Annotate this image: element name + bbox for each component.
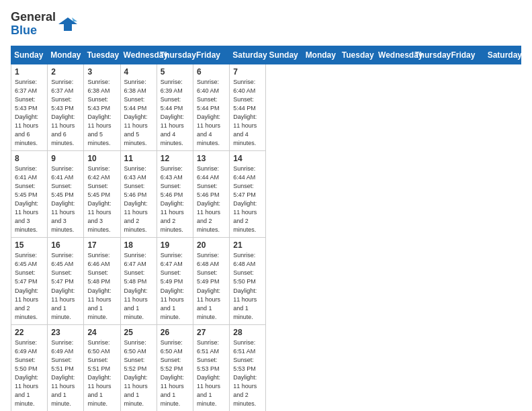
day-number: 18 (124, 240, 153, 250)
day-number: 24 (87, 328, 116, 337)
day-info: Sunrise: 6:44 AM Sunset: 5:46 PM Dayligh… (197, 165, 226, 234)
day-info: Sunrise: 6:41 AM Sunset: 5:45 PM Dayligh… (51, 165, 80, 234)
calendar-cell: 11Sunrise: 6:43 AM Sunset: 5:46 PM Dayli… (120, 150, 157, 237)
day-number: 17 (87, 240, 116, 250)
day-number: 22 (15, 328, 44, 337)
day-info: Sunrise: 6:38 AM Sunset: 5:44 PM Dayligh… (124, 78, 153, 148)
day-number: 25 (124, 328, 153, 337)
day-number: 12 (161, 154, 189, 163)
day-info: Sunrise: 6:43 AM Sunset: 5:46 PM Dayligh… (161, 165, 189, 234)
calendar-cell: 20Sunrise: 6:48 AM Sunset: 5:49 PM Dayli… (193, 238, 230, 324)
day-number: 19 (161, 240, 189, 250)
col-header-friday: Friday (193, 46, 230, 64)
day-number: 21 (233, 240, 262, 250)
col-header-tuesday: Tuesday (339, 46, 375, 64)
day-info: Sunrise: 6:45 AM Sunset: 5:47 PM Dayligh… (15, 251, 44, 321)
logo-bird-icon (58, 15, 77, 34)
calendar-cell: 13Sunrise: 6:44 AM Sunset: 5:46 PM Dayli… (193, 150, 230, 237)
day-number: 20 (197, 240, 226, 250)
day-number: 14 (233, 154, 262, 163)
svg-marker-1 (72, 17, 77, 21)
day-info: Sunrise: 6:44 AM Sunset: 5:47 PM Dayligh… (233, 165, 262, 234)
day-info: Sunrise: 6:50 AM Sunset: 5:51 PM Dayligh… (87, 338, 116, 408)
calendar-table: SundayMondayTuesdayWednesdayThursdayFrid… (11, 46, 521, 411)
calendar-cell: 8Sunrise: 6:41 AM Sunset: 5:45 PM Daylig… (11, 150, 48, 237)
col-header-friday: Friday (448, 46, 484, 64)
calendar-cell: 22Sunrise: 6:49 AM Sunset: 5:50 PM Dayli… (11, 324, 48, 411)
day-number: 4 (124, 67, 153, 77)
page-header: General Blue (11, 11, 521, 38)
day-number: 2 (51, 67, 80, 77)
calendar-cell: 23Sunrise: 6:49 AM Sunset: 5:51 PM Dayli… (48, 324, 84, 411)
day-number: 3 (87, 67, 116, 77)
calendar-cell: 27Sunrise: 6:51 AM Sunset: 5:53 PM Dayli… (193, 324, 230, 411)
day-number: 5 (161, 67, 189, 77)
calendar-cell: 26Sunrise: 6:50 AM Sunset: 5:52 PM Dayli… (157, 324, 193, 411)
logo: General Blue (11, 11, 77, 38)
day-number: 28 (233, 328, 262, 337)
day-info: Sunrise: 6:49 AM Sunset: 5:51 PM Dayligh… (51, 338, 80, 408)
calendar-cell: 4Sunrise: 6:38 AM Sunset: 5:44 PM Daylig… (120, 64, 157, 150)
col-header-tuesday: Tuesday (84, 46, 120, 64)
calendar-cell: 12Sunrise: 6:43 AM Sunset: 5:46 PM Dayli… (157, 150, 193, 237)
calendar-cell: 2Sunrise: 6:37 AM Sunset: 5:43 PM Daylig… (48, 64, 84, 150)
calendar-cell: 18Sunrise: 6:47 AM Sunset: 5:48 PM Dayli… (120, 238, 157, 324)
day-info: Sunrise: 6:50 AM Sunset: 5:52 PM Dayligh… (161, 338, 189, 408)
day-info: Sunrise: 6:47 AM Sunset: 5:48 PM Dayligh… (124, 251, 153, 321)
logo-text: General Blue (11, 11, 56, 38)
calendar-header-row: SundayMondayTuesdayWednesdayThursdayFrid… (11, 46, 521, 64)
col-header-wednesday: Wednesday (375, 46, 412, 64)
calendar-week-row: 8Sunrise: 6:41 AM Sunset: 5:45 PM Daylig… (11, 150, 521, 237)
day-info: Sunrise: 6:38 AM Sunset: 5:43 PM Dayligh… (87, 78, 116, 148)
calendar-cell: 21Sunrise: 6:48 AM Sunset: 5:50 PM Dayli… (230, 238, 266, 324)
calendar-cell: 15Sunrise: 6:45 AM Sunset: 5:47 PM Dayli… (11, 238, 48, 324)
day-info: Sunrise: 6:51 AM Sunset: 5:53 PM Dayligh… (233, 338, 262, 408)
day-info: Sunrise: 6:48 AM Sunset: 5:49 PM Dayligh… (197, 251, 226, 321)
calendar-cell: 7Sunrise: 6:40 AM Sunset: 5:44 PM Daylig… (230, 64, 266, 150)
calendar-cell: 25Sunrise: 6:50 AM Sunset: 5:52 PM Dayli… (120, 324, 157, 411)
day-number: 13 (197, 154, 226, 163)
col-header-sunday: Sunday (11, 46, 48, 64)
day-number: 16 (51, 240, 80, 250)
col-header-sunday: Sunday (266, 46, 302, 64)
day-info: Sunrise: 6:41 AM Sunset: 5:45 PM Dayligh… (15, 165, 44, 234)
calendar-week-row: 15Sunrise: 6:45 AM Sunset: 5:47 PM Dayli… (11, 238, 521, 324)
day-info: Sunrise: 6:40 AM Sunset: 5:44 PM Dayligh… (233, 78, 262, 148)
day-number: 1 (15, 67, 44, 77)
day-info: Sunrise: 6:45 AM Sunset: 5:47 PM Dayligh… (51, 251, 80, 321)
day-info: Sunrise: 6:40 AM Sunset: 5:44 PM Dayligh… (197, 78, 226, 148)
day-number: 11 (124, 154, 153, 163)
day-number: 6 (197, 67, 226, 77)
day-info: Sunrise: 6:46 AM Sunset: 5:48 PM Dayligh… (87, 251, 116, 321)
day-number: 8 (15, 154, 44, 163)
col-header-thursday: Thursday (157, 46, 193, 64)
col-header-monday: Monday (48, 46, 84, 64)
calendar-cell: 24Sunrise: 6:50 AM Sunset: 5:51 PM Dayli… (84, 324, 120, 411)
calendar-cell: 16Sunrise: 6:45 AM Sunset: 5:47 PM Dayli… (48, 238, 84, 324)
day-info: Sunrise: 6:51 AM Sunset: 5:53 PM Dayligh… (197, 338, 226, 408)
calendar-cell: 17Sunrise: 6:46 AM Sunset: 5:48 PM Dayli… (84, 238, 120, 324)
day-number: 23 (51, 328, 80, 337)
day-number: 10 (87, 154, 116, 163)
day-info: Sunrise: 6:48 AM Sunset: 5:50 PM Dayligh… (233, 251, 262, 321)
calendar-week-row: 22Sunrise: 6:49 AM Sunset: 5:50 PM Dayli… (11, 324, 521, 411)
day-info: Sunrise: 6:43 AM Sunset: 5:46 PM Dayligh… (124, 165, 153, 234)
day-number: 7 (233, 67, 262, 77)
calendar-week-row: 1Sunrise: 6:37 AM Sunset: 5:43 PM Daylig… (11, 64, 521, 150)
day-info: Sunrise: 6:39 AM Sunset: 5:44 PM Dayligh… (161, 78, 189, 148)
day-info: Sunrise: 6:49 AM Sunset: 5:50 PM Dayligh… (15, 338, 44, 408)
day-info: Sunrise: 6:37 AM Sunset: 5:43 PM Dayligh… (51, 78, 80, 148)
calendar-cell: 14Sunrise: 6:44 AM Sunset: 5:47 PM Dayli… (230, 150, 266, 237)
col-header-thursday: Thursday (412, 46, 448, 64)
day-info: Sunrise: 6:42 AM Sunset: 5:45 PM Dayligh… (87, 165, 116, 234)
day-info: Sunrise: 6:47 AM Sunset: 5:49 PM Dayligh… (161, 251, 189, 321)
col-header-saturday: Saturday (484, 46, 521, 64)
calendar-cell: 9Sunrise: 6:41 AM Sunset: 5:45 PM Daylig… (48, 150, 84, 237)
calendar-cell: 10Sunrise: 6:42 AM Sunset: 5:45 PM Dayli… (84, 150, 120, 237)
calendar-cell: 19Sunrise: 6:47 AM Sunset: 5:49 PM Dayli… (157, 238, 193, 324)
calendar-cell: 6Sunrise: 6:40 AM Sunset: 5:44 PM Daylig… (193, 64, 230, 150)
day-info: Sunrise: 6:37 AM Sunset: 5:43 PM Dayligh… (15, 78, 44, 148)
calendar-cell: 28Sunrise: 6:51 AM Sunset: 5:53 PM Dayli… (230, 324, 266, 411)
col-header-monday: Monday (302, 46, 339, 64)
day-number: 15 (15, 240, 44, 250)
